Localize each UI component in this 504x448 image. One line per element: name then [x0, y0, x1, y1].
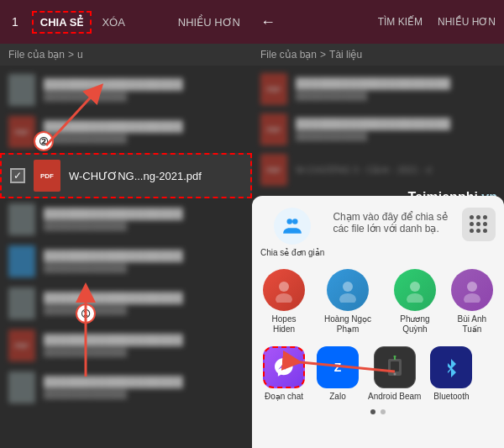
file-name: ██████████████████: [44, 292, 244, 304]
contact-name-hoang: Hoàng Ngọc Phạm: [314, 314, 381, 335]
svg-point-6: [410, 282, 420, 292]
file-meta: ██████████████: [44, 390, 244, 399]
file-name: ██████████████████: [44, 334, 244, 346]
app-name-bluetooth: Bluetooth: [433, 392, 469, 401]
android-beam-icon: [374, 346, 416, 388]
bluetooth-logo: [439, 356, 463, 379]
nhieu-hon-button-right[interactable]: NHIỀU HƠN: [438, 16, 496, 28]
file-info: ██████████████████ ██████████████: [44, 376, 244, 399]
left-file-area: ██████████████████ ██████████████ ██████…: [0, 66, 252, 448]
contact-name-hopes: Hopes Hiden: [260, 314, 307, 335]
file-icon: [8, 74, 35, 106]
file-item[interactable]: ██████████████████ ██████████████: [0, 324, 252, 366]
contact-hoang[interactable]: Hoàng Ngọc Phạm: [314, 269, 381, 335]
file-checkbox[interactable]: [10, 168, 25, 183]
file-info: ██████████████████ ██████████████: [44, 78, 244, 102]
file-item[interactable]: ██████████████████ ██████████████: [0, 366, 252, 408]
svg-point-9: [464, 293, 480, 303]
back-button[interactable]: ←: [260, 13, 276, 31]
file-info: ██████████████████ ██████████████: [44, 208, 244, 231]
file-icon-pdf: [260, 73, 287, 105]
file-item[interactable]: ██████████████████ ██████████████: [0, 240, 252, 282]
highlighted-file-item[interactable]: W-CHƯƠNG...ng-2021.pdf: [0, 153, 252, 198]
xoa-button[interactable]: XÓA: [97, 13, 129, 32]
app-zalo[interactable]: Z Zalo: [314, 346, 361, 401]
svg-point-2: [279, 282, 289, 292]
simple-share-item[interactable]: Chia sẻ đơn giản: [260, 208, 324, 257]
file-icon: [8, 372, 35, 403]
contact-name-bui: Bùi Anh Tuấn: [449, 314, 496, 335]
selected-count: 1: [7, 12, 24, 32]
right-file-item[interactable]: W-CHƯƠNG 3 - Cảnh - 2021 - d: [252, 150, 504, 190]
right-breadcrumb: File của bạn > Tài liệu: [252, 44, 504, 66]
avatar-hopes-image: [271, 277, 297, 303]
file-icon-pdf: [8, 329, 35, 361]
file-info: W-CHƯƠNG 3 - Cảnh - 2021 - d: [296, 165, 496, 176]
apps-grid-button[interactable]: [462, 208, 496, 241]
right-file-item[interactable]: ████████████████████ ████████████: [252, 109, 504, 150]
file-icon-pdf: [260, 113, 287, 145]
svg-point-7: [407, 293, 423, 303]
simple-share-label: Chia sẻ đơn giản: [260, 248, 324, 257]
file-name: W-CHƯƠNG...ng-2021.pdf: [69, 170, 242, 182]
avatar-phuong-image: [402, 277, 428, 303]
app-doan-chat[interactable]: Đoạn chat: [260, 346, 307, 401]
share-modal: Chia sẻ đơn giản Chạm vào đây để chia sẻ…: [252, 196, 504, 448]
contact-name-phuong: Phương Quỳnh: [388, 314, 442, 335]
annotation-circle-2: ②: [34, 131, 54, 151]
app-name-android-beam: Android Beam: [368, 392, 421, 401]
app-android-beam[interactable]: Android Beam: [368, 346, 421, 401]
file-name: ██████████████████: [44, 120, 244, 133]
svg-point-4: [343, 282, 353, 292]
android-beam-logo: [383, 356, 407, 379]
share-description: Chạm vào đây để chia sẻ các file lớn với…: [333, 208, 454, 235]
share-simple-icon: [274, 208, 311, 245]
svg-point-14: [393, 356, 396, 358]
contacts-row: Hopes Hiden Hoàng Ngọc Phạm: [260, 269, 496, 335]
file-name: ████████████████████: [296, 77, 496, 90]
right-file-item[interactable]: ████████████████████ ████████████: [252, 69, 504, 109]
file-info: ████████████████████ ████████████: [296, 77, 496, 101]
file-meta: ██████████████: [44, 222, 244, 231]
file-icon-pdf: [34, 160, 60, 192]
file-item[interactable]: ██████████████████ ██████████████: [0, 198, 252, 240]
app-name-zalo: Zalo: [329, 392, 345, 401]
file-name: ██████████████████: [44, 376, 244, 388]
svg-point-0: [287, 219, 293, 224]
avatar-hopes: [263, 269, 305, 311]
svg-point-8: [467, 282, 477, 292]
contact-hopes[interactable]: Hopes Hiden: [260, 269, 307, 335]
app-bluetooth[interactable]: Bluetooth: [428, 346, 475, 401]
file-item[interactable]: ██████████████████ ██████████████: [0, 69, 252, 111]
zalo-text: Z: [334, 361, 342, 374]
file-name: ██████████████████: [44, 78, 244, 91]
svg-point-3: [276, 293, 292, 303]
left-file-list: ██████████████████ ██████████████ ██████…: [0, 66, 252, 412]
chia-se-button[interactable]: CHIA SẺ: [32, 11, 92, 34]
file-meta: ██████████████: [44, 92, 244, 102]
file-info: ████████████████████ ████████████: [296, 118, 496, 141]
bluetooth-icon: [430, 346, 472, 388]
page-dot-2: [381, 409, 386, 414]
file-name: ██████████████████: [44, 208, 244, 220]
contact-bui[interactable]: Bùi Anh Tuấn: [449, 269, 496, 335]
nhieu-hon-button-left[interactable]: NHIỀU HƠN: [173, 13, 245, 32]
file-name: W-CHƯƠNG 3 - Cảnh - 2021 - d: [296, 165, 496, 176]
file-meta: ██████████████: [44, 306, 244, 315]
app-name-doan-chat: Đoạn chat: [265, 392, 303, 401]
contact-phuong[interactable]: Phương Quỳnh: [388, 269, 442, 335]
avatar-phuong: [394, 269, 436, 311]
file-icon: [8, 203, 35, 235]
right-file-list: ████████████████████ ████████████ ██████…: [252, 66, 504, 200]
right-panel: ← TÌM KIẾM NHIỀU HƠN File của bạn > Tài …: [252, 0, 504, 448]
file-info: ██████████████████ ██████████████: [44, 292, 244, 315]
messenger-logo: [272, 356, 296, 379]
left-toolbar: 1 CHIA SẺ XÓA NHIỀU HƠN: [0, 0, 252, 44]
tim-kiem-button[interactable]: TÌM KIẾM: [378, 16, 423, 28]
page-dots: [260, 409, 496, 414]
file-item[interactable]: ██████████████████ ██████████████: [0, 282, 252, 324]
file-info: ██████████████████ ██████████████: [44, 120, 244, 144]
share-people-icon: [281, 215, 303, 237]
file-name: ██████████████████: [44, 250, 244, 262]
zalo-icon: Z: [317, 346, 359, 388]
